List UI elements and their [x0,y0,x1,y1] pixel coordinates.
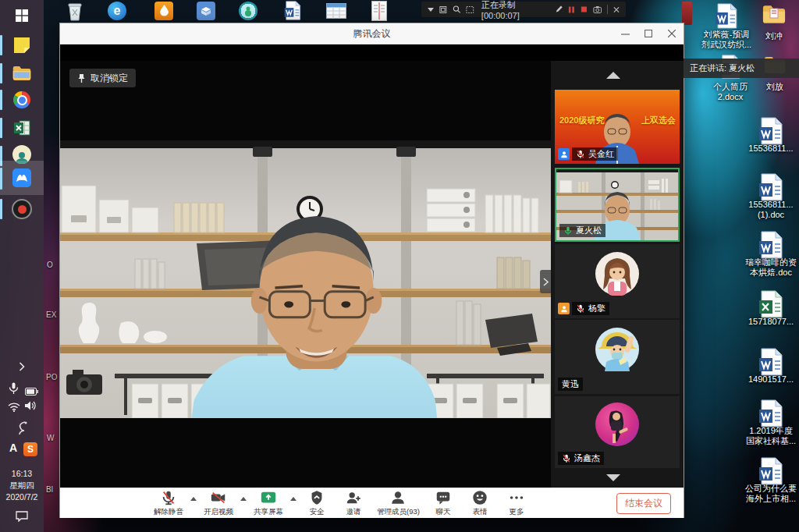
sticky-note-icon [14,37,30,53]
chevron-down-icon [606,474,620,481]
recorder-region-icon[interactable] [466,5,474,14]
spreadsheet-icon[interactable] [326,3,346,22]
edge-browser-icon[interactable]: e [108,2,126,20]
start-video-button[interactable]: 开启视频 [204,489,233,517]
tray-mic-icon[interactable] [9,382,19,398]
chevron-up-icon [606,72,620,79]
tray-pen-app-icon[interactable] [17,421,28,438]
participant-tile-tangxinjie[interactable]: 汤鑫杰 [555,396,680,468]
word-doc-icon[interactable] [284,1,301,23]
desktop-file-1571-excel-label: 15718077... [736,317,799,327]
participant-avatar [595,328,639,371]
unpin-button[interactable]: 取消锁定 [69,69,136,87]
start-button[interactable] [0,2,44,30]
minimize-button[interactable] [613,23,637,44]
scroll-up-button[interactable] [606,72,620,79]
tile-banner-text: 上双选会 [641,115,676,126]
participant-tile-wujinhong[interactable]: 2020级研究 上双选会 吴金红 [555,90,680,164]
desktop-file-luckin-label: 瑞幸咖啡的资 本烘焙.doc [733,257,799,278]
desktop-file-1553-b-label: 15536811... (1).doc [736,200,799,220]
close-button[interactable] [660,23,684,44]
mic-muted-icon [562,454,571,463]
emoji-button[interactable]: 表情 [467,489,493,517]
meeting-toolbar: 解除静音 开启视频 共享屏幕 安全 邀请 管理成 [60,488,684,518]
security-button[interactable]: 安全 [304,489,330,517]
main-video-stage: 取消锁定 [60,61,551,488]
mic-muted-icon [160,489,177,506]
share-screen-button[interactable]: 共享屏幕 [254,489,283,517]
desktop-folder-liuchong-label: 刘冲 [758,31,790,41]
partial-file-icon[interactable] [682,2,692,25]
end-meeting-button[interactable]: 结束会议 [616,493,671,514]
cohost-badge-icon [558,303,570,314]
taskbar-excel[interactable] [0,114,44,142]
taskbar-recorder[interactable] [0,195,44,223]
scroll-down-button[interactable] [606,474,620,481]
desktop-label-fragment: O [47,261,53,269]
taskbar-tencent-meeting[interactable] [0,164,44,192]
speaker-video [60,140,551,418]
mic-options-caret[interactable] [190,497,197,501]
tray-battery-icon[interactable] [25,385,38,399]
recorder-stop-icon[interactable] [581,5,588,13]
box-app-icon[interactable] [197,2,215,20]
action-center-button[interactable] [16,511,28,525]
manage-members-button[interactable]: 管理成员(93) [377,489,420,517]
participant-name: 吴金红 [588,148,614,160]
tray-input-language[interactable]: A [9,442,17,454]
maximize-button[interactable] [637,23,660,44]
collapse-sidebar-handle[interactable] [540,270,551,293]
video-options-caret[interactable] [240,497,247,501]
round-app-icon[interactable] [239,2,257,20]
clock-weekday: 星期四 [0,480,44,491]
participant-tile-huangxun[interactable]: 黄迅 [555,320,680,394]
recorder-pencil-icon[interactable] [555,5,563,14]
recorder-close-icon[interactable] [613,6,620,13]
tile-banner-text: 2020级研究 [559,115,604,126]
unmute-button[interactable]: 解除静音 [154,489,183,517]
participant-tile-xiahuosong[interactable]: 夏火松 [555,168,680,242]
invite-button[interactable]: 邀请 [340,489,367,517]
unpin-label: 取消锁定 [91,72,128,85]
tray-wifi-icon[interactable] [8,401,20,415]
recorder-camera-icon[interactable] [593,5,602,14]
desktop-folder-liuchong[interactable] [762,5,786,27]
share-options-caret[interactable] [290,497,297,501]
tray-volume-icon[interactable] [25,400,37,414]
desktop-file-1490-label: 14901517... [736,374,799,385]
pin-icon [77,73,86,83]
desktop-file-2019-label: 1.2019年度 国家社科基... [733,426,799,446]
desktop-file-resume-label: 个人简历 2.docx [698,82,762,102]
folder-icon [12,66,31,81]
members-person-icon [389,489,407,506]
action-center-icon [16,511,28,522]
taskbar-clock[interactable]: 16:13 星期四 2020/7/2 [0,468,44,503]
tray-sogou-input-icon[interactable]: S [23,442,37,456]
more-button[interactable]: 更多 [503,489,530,517]
unmute-label: 解除静音 [154,507,183,517]
window-title: 腾讯会议 [60,23,684,44]
taskbar-file-explorer[interactable] [0,59,44,87]
recorder-app-icon [12,199,32,219]
participant-tile-yangqing[interactable]: 杨擎 [555,244,680,318]
taskbar-sticky-notes[interactable] [0,31,44,59]
taskbar-chrome[interactable] [0,86,44,114]
window-titlebar: 腾讯会议 [60,23,684,44]
tencent-meeting-icon [12,168,31,187]
recycle-bin-icon[interactable] [66,2,84,25]
document-icon[interactable] [371,1,387,24]
recorder-window-icon[interactable] [439,5,447,14]
chat-label: 聊天 [435,507,450,517]
chat-button[interactable]: 聊天 [430,489,456,517]
screen-recorder-toolbar: 正在录制 [00:00:07] [421,2,626,17]
flame-app-icon[interactable] [154,2,173,20]
recorder-pause-icon[interactable] [568,5,575,14]
recorder-zoom-icon[interactable] [453,5,461,14]
camera-off-icon [210,489,227,506]
recorder-dropdown-icon[interactable] [428,8,434,12]
desktop-file-liuziwei[interactable] [715,3,738,32]
chevron-right-icon [19,362,25,371]
tray-expand-button[interactable] [19,360,25,374]
chevron-right-icon [543,278,549,286]
start-video-label: 开启视频 [204,507,233,517]
